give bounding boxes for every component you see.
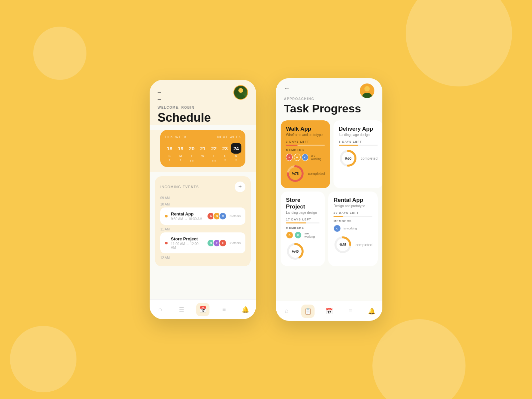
welcome-text: WELCOME, ROBIN (158, 106, 248, 109)
event-avatars: A B C +3 others (207, 212, 241, 220)
bottom-nav: ⌂ 📋 📅 ≡ 🔔 (276, 301, 382, 321)
back-button[interactable]: ← (284, 85, 290, 92)
member-avatar: C (219, 212, 227, 220)
day-letter: W (201, 154, 204, 158)
donut-label: %40 (292, 250, 299, 253)
calendar-icon: 📅 (196, 303, 209, 316)
day-dot (180, 159, 181, 161)
next-week-label[interactable]: NEXT WEEK (217, 135, 241, 139)
donut-chart: %50 (339, 149, 357, 168)
phone-task-progress: ← APPROACHING Task Progress Walk App Wir… (276, 78, 382, 321)
cal-day-18[interactable]: 18 S (164, 143, 175, 162)
day-letter: T (191, 154, 193, 158)
member-avatar: F (219, 239, 227, 247)
donut-chart: %40 (286, 242, 305, 261)
member-avatar: C (333, 225, 341, 232)
nav-task[interactable]: 📋 (301, 305, 315, 318)
day-num: 19 (175, 143, 186, 154)
days-bar (333, 216, 372, 217)
event-card-rental-app[interactable]: Rental App 9:30 AM → 10:30 AM A B C +3 o… (160, 207, 245, 225)
approaching-label: APPROACHING (284, 97, 374, 101)
day-dot (212, 160, 213, 162)
day-num-active: 24 (231, 143, 241, 154)
event-card-store-project[interactable]: Store Project 11:00 AM → 12:00 AM D E F … (160, 232, 245, 253)
week-navigation: THIS WEEK NEXT WEEK (164, 135, 241, 139)
tasks-row-1: Walk App Wireframe and prototype 3 DAYS … (281, 120, 378, 188)
time-slot-12: 12 AM (160, 256, 245, 260)
event-time: 11:00 AM → 12:00 AM (171, 242, 203, 249)
working-text: are working (311, 154, 325, 161)
task-card-rental-app[interactable]: Rental App Design and prototype 20 DAYS … (328, 192, 378, 266)
day-letter: T (213, 154, 215, 158)
day-letter: M (179, 154, 182, 158)
more-members-text: +2 others (228, 241, 241, 245)
task-name: Rental App (333, 197, 372, 203)
event-time: 9:30 AM → 10:30 AM (171, 217, 203, 221)
day-num: 23 (220, 143, 230, 154)
nav-bell[interactable]: 🔔 (365, 305, 378, 318)
days-left-label: 3 DAYS LEFT (286, 140, 325, 143)
calendar-days: 18 S 19 M 20 T (164, 143, 241, 162)
task-icon: 📋 (301, 305, 315, 318)
task-card-walk-app[interactable]: Walk App Wireframe and prototype 3 DAYS … (281, 120, 330, 188)
donut-label: %75 (292, 172, 299, 176)
day-letter: F (224, 154, 226, 158)
days-bar-fill (286, 145, 298, 146)
day-dot (224, 159, 226, 161)
calendar-icon: 📅 (323, 305, 336, 318)
nav-home[interactable]: ⌂ (154, 303, 167, 316)
nav-menu[interactable]: ≡ (344, 305, 357, 318)
nav-document[interactable]: ☰ (175, 303, 188, 316)
avatar[interactable] (360, 83, 374, 98)
days-bar (339, 145, 378, 146)
more-members-text: +3 others (228, 214, 241, 218)
completed-text: completed (361, 156, 378, 160)
bg-decoration-2 (10, 326, 76, 392)
event-name: Rental App (171, 211, 203, 216)
progress-wrap: %25 completed (333, 235, 372, 254)
days-bar-fill (339, 145, 358, 146)
member-avatar: B (286, 231, 293, 239)
working-text: is working (343, 227, 357, 230)
task-card-delivery-app[interactable]: Delivery App Landing page design 5 DAYS … (333, 120, 382, 188)
avatar[interactable] (233, 85, 248, 100)
events-section-title: INCOMING EVENTS (160, 185, 199, 189)
home-icon: ⌂ (280, 305, 293, 318)
time-slot-11: 11 AM (160, 227, 245, 231)
event-name: Store Project (171, 236, 203, 241)
day-dot (214, 160, 216, 162)
task-name: Store Project (286, 197, 320, 210)
completed-text: completed (355, 243, 372, 247)
member-avatar: A (286, 154, 293, 161)
cal-day-24[interactable]: 24 S (231, 143, 241, 162)
cal-day-23[interactable]: 23 F (220, 143, 230, 162)
phones-container: ⎯⎯ WELCOME, ROBIN Schedule THIS WEEK (150, 78, 382, 321)
cal-day-21[interactable]: 21 W (198, 143, 208, 162)
day-letter: S (169, 154, 171, 158)
nav-calendar[interactable]: 📅 (196, 303, 209, 316)
task-card-store-project[interactable]: Store Project Landing page design 17 DAY… (281, 192, 325, 266)
event-dot-red (165, 242, 168, 244)
days-bar-fill (286, 222, 306, 223)
event-info: Store Project 11:00 AM → 12:00 AM (171, 236, 203, 249)
time-slot-09: 09 AM (160, 196, 245, 200)
cal-day-19[interactable]: 19 M (175, 143, 186, 162)
days-bar (286, 222, 320, 223)
nav-bell[interactable]: 🔔 (239, 303, 252, 316)
cal-day-22[interactable]: 22 T (208, 143, 219, 162)
menu-icon: ≡ (344, 305, 357, 318)
task-progress-header: ← APPROACHING Task Progress (276, 78, 382, 115)
cal-day-20[interactable]: 20 T (187, 143, 197, 162)
bottom-nav: ⌂ ☰ 📅 ≡ 🔔 (150, 299, 256, 319)
add-event-button[interactable]: + (235, 182, 245, 192)
day-num: 21 (198, 143, 208, 154)
nav-home[interactable]: ⌂ (280, 305, 293, 318)
nav-menu[interactable]: ≡ (217, 303, 231, 316)
event-dot-orange (165, 215, 168, 217)
events-header: INCOMING EVENTS + (160, 182, 245, 192)
task-sub: Wireframe and prototype (286, 133, 325, 137)
task-name: Delivery App (339, 126, 378, 132)
progress-wrap: %50 completed (339, 149, 378, 168)
nav-calendar[interactable]: 📅 (323, 305, 336, 318)
time-slot-10: 10 AM (160, 202, 245, 206)
